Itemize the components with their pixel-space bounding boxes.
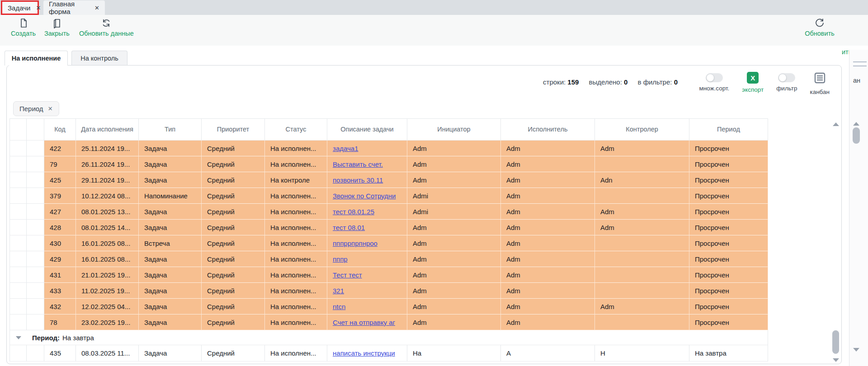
column-header-0[interactable]: [9, 118, 27, 141]
task-description-link[interactable]: тест 08.01.25: [333, 208, 374, 216]
table-row[interactable]: 7926.11.2024 19...ЗадачаСреднийНа исполн…: [9, 156, 768, 172]
cell-executor: Adm: [501, 220, 595, 235]
cell-marker: [27, 267, 44, 283]
column-header-11[interactable]: Период: [689, 118, 768, 141]
cell-date: 08.01.2025 14...: [76, 220, 139, 235]
cell-executor: Adm: [501, 251, 595, 267]
scroll-up-icon[interactable]: [853, 122, 859, 126]
column-header-5[interactable]: Приоритет: [202, 118, 265, 141]
table-row[interactable]: 7823.02.2025 19...ЗадачаСреднийНа исполн…: [9, 314, 768, 330]
table-row[interactable]: 42916.01.2025 08...ЗадачаСреднийНа испол…: [9, 251, 768, 267]
scrollbar-thumb[interactable]: [832, 330, 839, 354]
column-header-10[interactable]: Контролер: [595, 118, 689, 141]
table-row[interactable]: 43508.03.2025 11...ЗадачаСреднийНа испол…: [9, 345, 768, 361]
cell-period: Просрочен: [689, 141, 768, 156]
table-body-after-group: 43508.03.2025 11...ЗадачаСреднийНа испол…: [9, 345, 768, 361]
task-description-link[interactable]: ntcn: [333, 303, 345, 310]
cell-type: Задача: [139, 283, 202, 299]
filter-toggle[interactable]: фильтр: [776, 72, 797, 95]
task-description-link[interactable]: Звонок по Сотрудни: [333, 192, 396, 200]
cell-marker: [9, 251, 27, 267]
task-description-link[interactable]: позвонить 30.11: [333, 176, 383, 184]
cell-initiator: Adm: [407, 314, 501, 330]
table-row[interactable]: 43121.01.2025 19...ЗадачаСреднийНа испол…: [9, 267, 768, 283]
cell-status: На исполнен...: [265, 267, 327, 283]
toggle-off-icon[interactable]: [706, 73, 723, 82]
column-header-8[interactable]: Инициатор: [407, 118, 501, 141]
task-description-link[interactable]: задача1: [333, 145, 358, 152]
column-header-2[interactable]: Код: [44, 118, 76, 141]
multi-sort-toggle[interactable]: множ.сорт.: [699, 72, 729, 95]
outer-vertical-scrollbar[interactable]: [852, 120, 860, 355]
cell-period: Просрочен: [689, 156, 768, 172]
column-header-7[interactable]: Описание задачи: [327, 118, 407, 141]
close-button[interactable]: Закрыть: [44, 18, 70, 37]
cell-marker: [27, 156, 44, 172]
excel-export-icon[interactable]: X: [747, 72, 759, 84]
kanban-icon[interactable]: [814, 72, 826, 86]
table-row[interactable]: 37910.12.2024 08...НапоминаниеСреднийНа …: [9, 188, 768, 204]
scroll-up-icon[interactable]: [833, 122, 839, 126]
scrollbar-thumb[interactable]: [853, 127, 860, 144]
tab-na-kontrol[interactable]: На контроль: [71, 51, 127, 65]
table-row[interactable]: 43311.02.2025 19...ЗадачаСреднийНа испол…: [9, 283, 768, 299]
toolbar: Создать Закрыть Обновить данные Обновить…: [0, 15, 868, 46]
refresh-button[interactable]: Обновить: [799, 18, 840, 37]
column-header-4[interactable]: Тип: [139, 118, 202, 141]
group-row-period[interactable]: Период: На завтра: [9, 330, 768, 345]
table-row[interactable]: 42529.11.2024 19...ЗадачаСреднийНа контр…: [9, 172, 768, 188]
column-header-9[interactable]: Исполнитель: [501, 118, 595, 141]
cell-initiator: Adm: [407, 172, 501, 188]
task-description-link[interactable]: Тест тест: [333, 271, 362, 279]
cell-description: Звонок по Сотрудни: [327, 188, 407, 204]
tab-na-ispolnenie[interactable]: На исполнение: [5, 51, 68, 66]
column-header-6[interactable]: Статус: [265, 118, 327, 141]
task-description-link[interactable]: 321: [333, 287, 344, 295]
cell-date: 10.12.2024 08...: [76, 188, 139, 204]
toggle-off-icon[interactable]: [778, 73, 795, 82]
scroll-down-icon[interactable]: [833, 358, 839, 362]
cell-marker: [27, 299, 44, 314]
table-row[interactable]: 42225.11.2024 19...ЗадачаСреднийНа испол…: [9, 141, 768, 156]
export-button[interactable]: X экспорт: [742, 72, 764, 95]
column-header-1[interactable]: [27, 118, 44, 141]
table-row[interactable]: 43212.02.2025 04...ЗадачаСреднийНа испол…: [9, 299, 768, 314]
cell-status: На исполнен...: [265, 204, 327, 220]
window-tab-main-form[interactable]: Главная форма ✕: [43, 0, 105, 15]
task-description-link[interactable]: Счет на отправку аг: [333, 319, 395, 326]
close-tab-icon[interactable]: ✕: [94, 5, 99, 11]
task-description-link[interactable]: Выставить счет.: [333, 160, 383, 168]
period-filter-chip[interactable]: Период ✕: [13, 101, 59, 116]
close-tab-icon[interactable]: ✕: [36, 5, 41, 11]
scroll-down-icon[interactable]: [853, 348, 859, 352]
cell-marker: [9, 220, 27, 235]
cell-executor: Adm: [501, 156, 595, 172]
remove-filter-icon[interactable]: ✕: [48, 105, 53, 112]
cell-date: 23.02.2025 19...: [76, 314, 139, 330]
task-description-link[interactable]: пппр: [333, 255, 348, 263]
task-description-link[interactable]: написать инструкци: [333, 349, 395, 357]
cell-executor: Adm: [501, 188, 595, 204]
cell-marker: [9, 172, 27, 188]
table-row[interactable]: 42708.01.2025 13...ЗадачаСреднийНа испол…: [9, 204, 768, 220]
cell-priority: Средний: [202, 235, 265, 251]
cell-description: тест 08.01.25: [327, 204, 407, 220]
cell-marker: [27, 141, 44, 156]
column-header-3[interactable]: Дата исполнения: [76, 118, 139, 141]
create-button[interactable]: Создать: [11, 18, 36, 37]
window-tab-bar: Задачи ✕ Главная форма ✕: [0, 0, 868, 15]
kanban-button[interactable]: канбан: [810, 72, 830, 95]
cell-marker: [27, 235, 44, 251]
cell-marker: [27, 345, 44, 361]
table-row[interactable]: 43016.01.2025 08...ВстречаСреднийНа испо…: [9, 235, 768, 251]
task-description-link[interactable]: пппррпрпнроо: [333, 239, 377, 247]
cell-period: Просрочен: [689, 204, 768, 220]
cell-code: 78: [44, 314, 76, 330]
refresh-data-button[interactable]: Обновить данные: [79, 18, 134, 37]
table-row[interactable]: 42808.01.2025 14...ЗадачаСреднийНа испол…: [9, 220, 768, 235]
table-vertical-scrollbar[interactable]: [832, 120, 840, 362]
task-description-link[interactable]: тест 08.01: [333, 224, 365, 231]
cell-controller: [595, 314, 689, 330]
window-tab-tasks[interactable]: Задачи ✕: [1, 0, 39, 15]
group-collapse-icon[interactable]: [16, 336, 21, 339]
